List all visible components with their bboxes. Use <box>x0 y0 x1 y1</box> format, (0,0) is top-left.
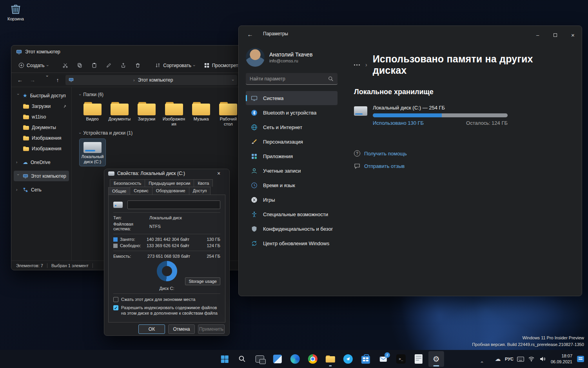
send-feedback-row[interactable]: Отправить отзыв <box>354 163 568 169</box>
send-feedback-link[interactable]: Отправить отзыв <box>364 163 405 169</box>
settings-search[interactable] <box>246 73 338 85</box>
nav-item-system[interactable]: Система <box>246 91 338 105</box>
clock[interactable]: 18:07 06.09.2021 <box>548 353 575 365</box>
folder-tile-documents[interactable]: Документы <box>107 100 132 128</box>
nav-item-personalization[interactable]: Персонализация <box>246 135 338 149</box>
sort-button[interactable]: Сортировать › <box>152 61 198 70</box>
mail-button[interactable]: 2 <box>376 351 391 367</box>
up-button[interactable]: ↑ <box>53 75 62 85</box>
nav-item-network[interactable]: Сеть и Интернет <box>246 120 338 134</box>
ok-button[interactable]: ОК <box>138 324 165 334</box>
tab-tools[interactable]: Сервис <box>130 187 152 195</box>
nav-item-time-language[interactable]: Время и язык <box>246 178 338 192</box>
close-icon[interactable]: × <box>212 169 225 178</box>
nav-item-apps[interactable]: Приложения <box>246 149 338 163</box>
notifications-button[interactable] <box>575 351 586 367</box>
edge-button[interactable] <box>287 351 303 367</box>
folder-tile-desktop[interactable]: Рабочий стол <box>216 100 241 128</box>
cancel-button[interactable]: Отмена <box>168 324 195 334</box>
recent-locations-button[interactable]: › <box>40 75 50 85</box>
settings-taskbar-button[interactable]: ⚙ <box>428 351 444 367</box>
back-button[interactable]: ← <box>244 29 256 39</box>
cut-button[interactable] <box>59 61 71 70</box>
messenger-button[interactable] <box>340 351 356 367</box>
tab-quota[interactable]: Квота <box>194 179 213 187</box>
compress-checkbox[interactable] <box>113 297 118 302</box>
tab-hardware[interactable]: Оборудование <box>152 187 189 195</box>
minimize-button[interactable]: – <box>529 29 546 41</box>
drive-tile-c[interactable]: Локальный диск (C:) <box>80 139 105 166</box>
sidebar-item-onedrive[interactable]: › ☁ OneDrive <box>14 157 69 168</box>
used-legend-swatch <box>113 237 118 242</box>
nav-item-gaming[interactable]: Игры <box>246 193 338 207</box>
sidebar-item-network[interactable]: › Сеть <box>14 184 69 195</box>
copy-button[interactable] <box>74 61 86 70</box>
folder-tile-video[interactable]: Видео <box>80 100 105 128</box>
sidebar-item-pictures-2[interactable]: Изображения <box>14 143 69 154</box>
nav-item-label: Сеть и Интернет <box>263 124 302 130</box>
folder-tile-pictures[interactable]: Изображения <box>161 100 187 128</box>
more-icon[interactable] <box>354 64 360 66</box>
rename-button[interactable] <box>103 61 115 70</box>
chrome-button[interactable] <box>305 351 321 367</box>
tab-previous-versions[interactable]: Предыдущие версии <box>145 179 194 187</box>
drive-icon <box>354 106 367 116</box>
taskbar-search-button[interactable] <box>234 351 250 367</box>
get-help-link[interactable]: Получить помощь <box>364 151 407 157</box>
sidebar-item-pictures[interactable]: Изображения <box>14 133 69 143</box>
tab-security[interactable]: Безопасность <box>110 179 145 187</box>
devices-section-header[interactable]: › Устройства и диски (1) <box>80 130 241 136</box>
view-button[interactable]: Просмотреть › <box>201 61 241 70</box>
tab-general[interactable]: Общие <box>108 187 130 195</box>
new-button[interactable]: Создать › <box>15 61 51 70</box>
address-box[interactable]: › Этот компьютер › <box>65 75 237 85</box>
widgets-icon <box>273 355 282 363</box>
nav-item-privacy[interactable]: Конфиденциальность и безопасность <box>246 222 338 236</box>
task-view-button[interactable] <box>252 351 268 367</box>
terminal-button[interactable]: >_ <box>393 351 409 367</box>
volume-icon[interactable] <box>537 351 548 367</box>
sidebar-item-w11iso[interactable]: w11iso <box>14 111 69 122</box>
folder-tile-music[interactable]: Музыка <box>189 100 214 128</box>
delete-button[interactable] <box>132 61 144 70</box>
recycle-bin[interactable]: Корзина <box>3 2 28 21</box>
nav-item-accessibility[interactable]: Специальные возможности <box>246 207 338 221</box>
forward-button[interactable]: → <box>28 75 37 85</box>
apply-button[interactable]: Применить <box>198 324 225 334</box>
start-button[interactable] <box>217 351 232 367</box>
nav-item-windows-update[interactable]: Центр обновления Windows <box>246 236 338 250</box>
notes-app-button[interactable] <box>411 351 426 367</box>
index-checkbox[interactable]: ✓ <box>113 305 118 310</box>
sidebar-item-this-pc[interactable]: › Этот компьютер <box>14 171 69 181</box>
nav-item-accounts[interactable]: Учетные записи <box>246 164 338 178</box>
compress-checkbox-row[interactable]: Сжать этот диск для экономии места <box>113 297 220 302</box>
touch-keyboard-icon[interactable] <box>515 351 526 367</box>
get-help-row[interactable]: ? Получить помощь <box>354 150 568 157</box>
share-button[interactable] <box>117 61 129 70</box>
back-button[interactable]: ← <box>15 75 25 85</box>
index-checkbox-row[interactable]: ✓ Разрешить индексировать содержимое фай… <box>113 305 220 316</box>
drive-usage-row[interactable]: Локальный диск (C:) — 254 ГБ Использован… <box>354 105 508 126</box>
search-input[interactable] <box>250 76 328 82</box>
sidebar-item-documents[interactable]: Документы <box>14 122 69 133</box>
volume-label-input[interactable] <box>127 200 220 209</box>
folder-tile-downloads[interactable]: Загрузки <box>134 100 159 128</box>
network-icon[interactable] <box>526 351 537 367</box>
store-button[interactable] <box>358 351 374 367</box>
user-profile[interactable]: Анатолий Ткачев info@comss.ru <box>246 48 338 67</box>
folders-section-header[interactable]: › Папки (6) <box>80 92 241 97</box>
tab-sharing[interactable]: Доступ <box>189 187 211 195</box>
widgets-button[interactable] <box>270 351 285 367</box>
chevron-down-icon[interactable]: › <box>231 79 236 81</box>
sidebar-item-downloads[interactable]: Загрузки <box>14 101 69 111</box>
maximize-button[interactable] <box>546 29 564 41</box>
nav-item-bluetooth[interactable]: Bluetooth и устройства <box>246 106 338 120</box>
tray-chevron-icon[interactable]: › <box>479 354 495 364</box>
close-button[interactable]: × <box>564 29 582 41</box>
explorer-taskbar-button[interactable] <box>323 351 338 367</box>
storage-usage-button[interactable]: Storage usage <box>185 277 220 285</box>
sidebar-item-quick-access[interactable]: › ★ Быстрый доступ <box>14 90 69 101</box>
language-indicator[interactable]: РУС <box>504 351 515 367</box>
breadcrumb[interactable]: Этот компьютер <box>138 77 173 83</box>
paste-button[interactable] <box>88 61 100 70</box>
